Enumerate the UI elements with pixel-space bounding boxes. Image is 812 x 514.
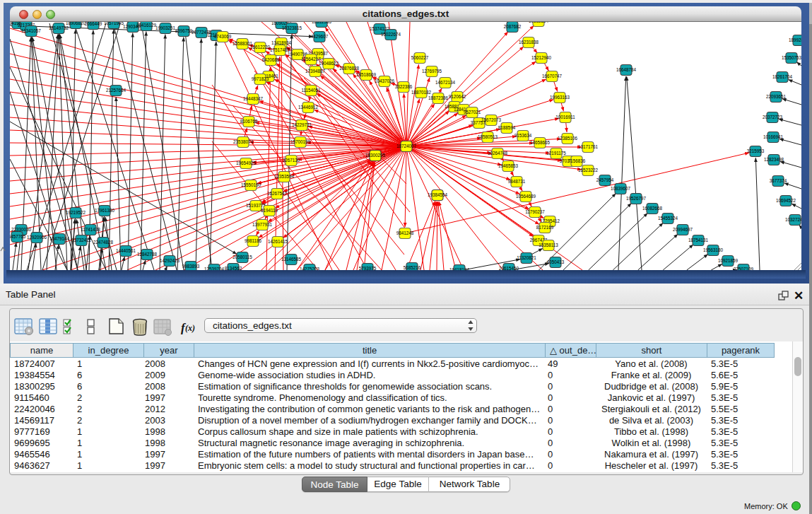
svg-text:19384554: 19384554 <box>428 192 448 197</box>
svg-text:20994697: 20994697 <box>673 227 693 232</box>
svg-text:18906820: 18906820 <box>66 22 86 25</box>
svg-text:18580513: 18580513 <box>478 134 498 139</box>
svg-text:10437026: 10437026 <box>375 78 395 83</box>
svg-text:18724007: 18724007 <box>396 144 417 148</box>
svg-text:19048622: 19048622 <box>319 61 339 66</box>
svg-text:10564689: 10564689 <box>516 194 536 199</box>
svg-text:9981186: 9981186 <box>245 238 262 243</box>
svg-text:15193775: 15193775 <box>246 203 266 208</box>
svg-text:19219522: 19219522 <box>66 210 86 215</box>
svg-text:12191175: 12191175 <box>546 151 566 156</box>
svg-text:20580115: 20580115 <box>233 255 252 259</box>
svg-text:19903251: 19903251 <box>155 25 176 30</box>
svg-text:7156836: 7156836 <box>568 158 586 163</box>
svg-text:12385106: 12385106 <box>558 136 578 141</box>
svg-text:10876828: 10876828 <box>339 66 360 71</box>
svg-text:16670747: 16670747 <box>542 74 563 78</box>
svg-text:18872386: 18872386 <box>428 95 449 100</box>
svg-text:14672134: 14672134 <box>435 80 456 85</box>
svg-text:2066449: 2066449 <box>85 22 102 26</box>
svg-text:10571945: 10571945 <box>104 22 124 25</box>
svg-text:9120642: 9120642 <box>449 94 466 99</box>
svg-text:11154051: 11154051 <box>301 88 321 93</box>
svg-text:18149732: 18149732 <box>49 25 69 30</box>
svg-text:9848731: 9848731 <box>508 179 526 184</box>
svg-text:19448347: 19448347 <box>243 96 264 101</box>
svg-text:9971823: 9971823 <box>252 76 269 81</box>
svg-text:20372723: 20372723 <box>763 115 783 119</box>
svg-text:8134562: 8134562 <box>225 266 242 270</box>
svg-text:5685216: 5685216 <box>404 265 421 270</box>
svg-text:14261415: 14261415 <box>268 239 288 244</box>
svg-text:4429607: 4429607 <box>311 34 329 39</box>
svg-text:22093651: 22093651 <box>766 94 787 99</box>
svg-text:15212940: 15212940 <box>531 55 552 60</box>
svg-text:18261704: 18261704 <box>772 74 793 79</box>
svg-text:11341057: 11341057 <box>21 28 41 33</box>
svg-text:10166941: 10166941 <box>763 134 784 139</box>
svg-text:14229731: 14229731 <box>292 122 312 127</box>
svg-text:18992829: 18992829 <box>789 37 801 42</box>
svg-text:10839607: 10839607 <box>611 186 631 191</box>
svg-text:13446912: 13446912 <box>298 105 319 110</box>
svg-text:10694522: 10694522 <box>776 198 796 203</box>
svg-text:17961380: 17961380 <box>95 208 115 213</box>
svg-text:10582524: 10582524 <box>529 22 549 23</box>
svg-text:19654925: 19654925 <box>236 160 257 165</box>
svg-text:15455324: 15455324 <box>658 216 678 221</box>
svg-text:(x): (x) <box>185 323 195 333</box>
svg-text:21257684: 21257684 <box>106 88 126 93</box>
svg-text:3215953: 3215953 <box>747 148 765 153</box>
svg-text:10016911: 10016911 <box>555 115 575 119</box>
svg-text:18416129: 18416129 <box>136 23 157 28</box>
svg-text:12920906: 12920906 <box>27 235 47 240</box>
svg-text:3322386: 3322386 <box>395 84 413 89</box>
svg-text:13171761: 13171761 <box>578 144 599 149</box>
svg-text:23538074: 23538074 <box>233 139 254 144</box>
svg-text:19490796: 19490796 <box>288 52 308 57</box>
svg-text:13146585: 13146585 <box>281 257 302 262</box>
svg-text:13732411: 13732411 <box>71 238 91 243</box>
svg-text:19465853: 19465853 <box>498 163 519 168</box>
svg-text:15700199: 15700199 <box>290 139 311 144</box>
svg-text:16267547: 16267547 <box>267 191 288 196</box>
svg-text:19526797: 19526797 <box>626 196 647 201</box>
svg-text:12769795: 12769795 <box>422 69 442 74</box>
svg-text:16082668: 16082668 <box>642 206 663 211</box>
svg-text:11320821: 11320821 <box>517 255 536 260</box>
svg-text:13672073: 13672073 <box>481 117 502 122</box>
svg-text:11741438: 11741438 <box>81 227 100 232</box>
svg-text:9527021: 9527021 <box>464 110 481 115</box>
svg-text:3267130: 3267130 <box>283 158 300 163</box>
svg-text:11790237: 11790237 <box>525 209 545 214</box>
svg-text:18754131: 18754131 <box>688 238 709 243</box>
svg-text:10264748: 10264748 <box>488 151 508 156</box>
svg-text:9153634: 9153634 <box>514 133 532 138</box>
svg-text:13977931: 13977931 <box>252 222 273 227</box>
svg-text:13479144: 13479144 <box>49 236 70 241</box>
svg-text:14440561: 14440561 <box>116 248 136 253</box>
svg-text:2087682: 2087682 <box>504 24 522 29</box>
svg-text:8396759: 8396759 <box>175 28 193 33</box>
svg-text:15550190: 15550190 <box>241 182 261 187</box>
svg-text:14275203: 14275203 <box>300 267 320 270</box>
svg-text:16231838: 16231838 <box>519 40 539 45</box>
svg-text:4743069: 4743069 <box>214 34 232 39</box>
svg-text:3677374: 3677374 <box>770 178 787 183</box>
svg-text:15022674: 15022674 <box>381 32 401 37</box>
svg-text:16523222: 16523222 <box>578 168 599 173</box>
svg-text:15358113: 15358113 <box>539 243 558 247</box>
svg-text:9983893: 9983893 <box>182 264 200 269</box>
svg-text:2457954: 2457954 <box>596 177 614 182</box>
svg-text:12612365: 12612365 <box>312 22 332 24</box>
svg-text:5793975: 5793975 <box>359 266 377 270</box>
svg-text:15350753: 15350753 <box>782 55 801 60</box>
svg-text:22507109: 22507109 <box>734 267 754 270</box>
svg-text:16612220: 16612220 <box>250 45 271 49</box>
svg-text:12539704: 12539704 <box>204 267 225 270</box>
svg-text:22474828: 22474828 <box>93 240 114 245</box>
svg-text:8106768: 8106768 <box>240 119 258 124</box>
svg-text:6194119: 6194119 <box>261 208 278 213</box>
svg-text:10921859: 10921859 <box>718 258 739 263</box>
svg-text:12842788: 12842788 <box>137 252 158 257</box>
